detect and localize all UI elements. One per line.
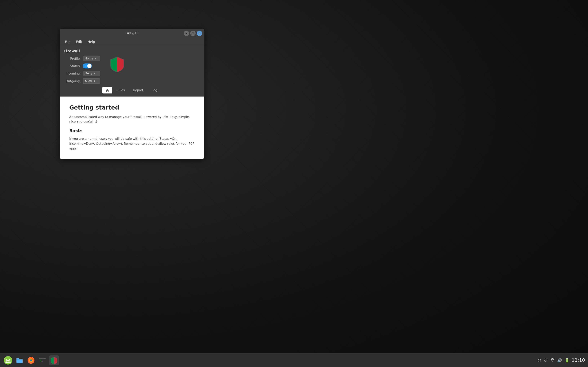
outgoing-value: Allow xyxy=(85,79,92,83)
outgoing-label: Outgoing: xyxy=(64,79,81,83)
shield-container xyxy=(110,56,125,74)
incoming-row: Incoming: Deny ▼ xyxy=(64,71,100,76)
profile-value: Home xyxy=(85,57,93,60)
taskbar-left: $_ xyxy=(3,355,59,365)
system-tray: ⬡ 🛡 🔊 🔋 xyxy=(538,358,569,363)
profile-label: Profile: xyxy=(64,57,81,60)
firewall-window: Firewall – □ ✕ File Edit Help Firewall P… xyxy=(60,29,204,159)
taskbar-icon-files[interactable] xyxy=(15,355,25,365)
battery-icon[interactable]: 🔋 xyxy=(565,358,570,363)
tabs: Rules Report Log xyxy=(64,87,200,93)
outgoing-row: Outgoing: Allow ▼ xyxy=(64,78,100,84)
taskbar-icon-firefox[interactable] xyxy=(26,355,36,365)
svg-rect-3 xyxy=(17,359,23,363)
vpn-icon[interactable]: 🛡 xyxy=(544,358,548,363)
window-controls: – □ ✕ xyxy=(184,31,202,36)
getting-started-subtitle: An uncomplicated way to manage your fire… xyxy=(69,115,194,124)
taskbar: $_ ⬡ 🛡 xyxy=(0,353,588,367)
svg-rect-4 xyxy=(17,359,23,359)
titlebar: Firewall – □ ✕ xyxy=(60,29,204,38)
menu-edit[interactable]: Edit xyxy=(73,39,84,44)
incoming-dropdown[interactable]: Deny ▼ xyxy=(83,71,100,76)
profile-row: Profile: Home ▼ xyxy=(64,56,100,61)
bluetooth-icon[interactable]: ⬡ xyxy=(538,358,541,363)
window-title: Firewall xyxy=(125,31,138,35)
basic-body: If you are a normal user, you will be sa… xyxy=(69,136,194,151)
form-fields: Profile: Home ▼ Status: xyxy=(64,56,100,84)
controls-section: Profile: Home ▼ Status: xyxy=(64,56,200,84)
status-row: Status: xyxy=(64,63,100,68)
incoming-value: Deny xyxy=(85,72,92,75)
minimize-button[interactable]: – xyxy=(184,31,189,36)
maximize-button[interactable]: □ xyxy=(190,31,196,36)
outgoing-dropdown[interactable]: Allow ▼ xyxy=(83,78,100,84)
incoming-dropdown-arrow: ▼ xyxy=(93,72,95,75)
getting-started-title: Getting started xyxy=(69,104,194,111)
taskbar-icon-firewall[interactable] xyxy=(49,355,59,365)
tab-report[interactable]: Report xyxy=(129,87,147,93)
volume-icon[interactable]: 🔊 xyxy=(557,358,562,363)
menu-help[interactable]: Help xyxy=(85,39,97,44)
svg-rect-9 xyxy=(39,358,46,359)
status-label: Status: xyxy=(64,64,81,68)
svg-rect-1 xyxy=(5,362,11,363)
tab-home[interactable] xyxy=(102,87,112,93)
incoming-label: Incoming: xyxy=(64,72,81,75)
status-toggle[interactable] xyxy=(83,63,92,68)
taskbar-icon-mint[interactable] xyxy=(3,355,13,365)
profile-dropdown-arrow: ▼ xyxy=(94,57,96,60)
outgoing-dropdown-arrow: ▼ xyxy=(94,80,95,82)
menu-file[interactable]: File xyxy=(63,39,73,44)
tab-rules[interactable]: Rules xyxy=(112,87,129,93)
taskbar-clock: 13:10 xyxy=(572,358,585,363)
main-content: Firewall Profile: Home ▼ Status: xyxy=(60,46,204,97)
home-panel: Getting started An uncomplicated way to … xyxy=(60,97,204,159)
svg-point-7 xyxy=(30,359,32,361)
svg-point-0 xyxy=(4,356,12,365)
wifi-icon[interactable] xyxy=(550,358,554,363)
svg-text:$_: $_ xyxy=(40,359,43,362)
tab-log[interactable]: Log xyxy=(147,87,162,93)
firewall-shield-icon xyxy=(110,56,125,73)
section-title: Firewall xyxy=(64,49,200,53)
taskbar-right: ⬡ 🛡 🔊 🔋 13:10 xyxy=(538,358,585,363)
close-button[interactable]: ✕ xyxy=(197,31,202,36)
profile-dropdown[interactable]: Home ▼ xyxy=(83,56,100,61)
menubar: File Edit Help xyxy=(60,38,204,46)
basic-title: Basic xyxy=(69,128,194,133)
toggle-knob xyxy=(87,64,92,68)
taskbar-icon-terminal[interactable]: $_ xyxy=(37,355,47,365)
